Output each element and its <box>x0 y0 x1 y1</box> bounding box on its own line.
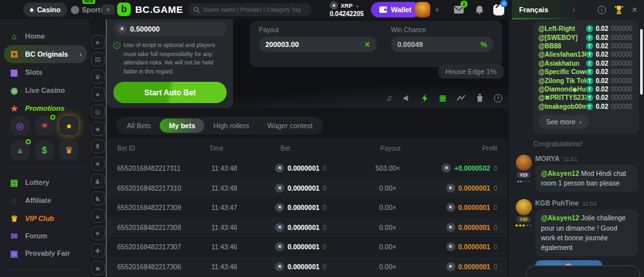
promo-spin-tile[interactable]: ◎ <box>10 116 30 135</box>
hotkeys-icon[interactable]: ▦ <box>439 93 446 102</box>
wallet-button[interactable]: Wallet <box>371 2 420 17</box>
game-shortcut-button[interactable]: ⚄ <box>91 52 105 66</box>
tab-all-bets[interactable]: All Bets <box>118 119 160 133</box>
sidebar-item-affiliate[interactable]: ◌ Affiliate <box>4 191 87 209</box>
close-icon[interactable]: ✕ <box>632 6 638 14</box>
game-shortcut-button[interactable]: ■ <box>91 261 105 275</box>
table-row[interactable]: 65520168482217306 11:43:46 ✕0.00000010 0… <box>107 257 507 277</box>
sidebar-item-vip-club[interactable]: ♛ VIP Club <box>4 209 87 227</box>
music-toggle-icon[interactable]: ♫ <box>386 93 392 102</box>
game-toolbar: ♫ ▦ ? <box>386 93 502 102</box>
sidebar-item-lottery[interactable]: ▤ Lottery <box>4 173 87 191</box>
sidebar-item-home[interactable]: ⌂ Home <box>4 27 87 45</box>
game-shortcut-button[interactable]: ◎ <box>91 104 105 119</box>
message-username[interactable]: KGB PuhTine <box>535 199 578 207</box>
promo-piggy-tile[interactable]: ● <box>59 116 79 135</box>
sidebar-item-live-casino[interactable]: ◉ Live Casino <box>4 81 87 99</box>
affiliate-icon: ◌ <box>9 196 19 205</box>
game-shortcut-button[interactable]: ✚ <box>91 244 105 258</box>
game-shortcut-button[interactable]: ★ <box>91 157 105 171</box>
wheel-icon: ☀ <box>41 120 49 131</box>
username[interactable]: @Left-Right <box>538 25 586 32</box>
game-shortcut-button[interactable]: ● <box>91 87 105 101</box>
username[interactable]: @✖PRITTYS233✖ <box>538 94 586 101</box>
game-shortcut-button[interactable]: ♥ <box>91 226 105 240</box>
tab-wager-contest[interactable]: Wager contest <box>258 119 322 133</box>
table-row[interactable]: 65520168482217310 11:43:48 ✕0.00000010 0… <box>107 178 507 198</box>
seed-icon[interactable] <box>476 94 484 102</box>
sports-toggle[interactable]: Sports NEW <box>71 3 104 17</box>
t-coin-icon: T <box>586 86 593 93</box>
lottery-ticket-icon: ▤ <box>9 178 19 187</box>
username[interactable]: @Diamond◆Hu... <box>538 86 586 93</box>
table-row[interactable]: 65520168482217307 11:43:46 ✕0.00000010 0… <box>107 237 507 257</box>
username[interactable]: @Aliesfahan1363 <box>538 51 586 58</box>
sidebar-item-bc-originals[interactable]: ⚃ BC Originals › <box>4 45 87 63</box>
casino-toggle[interactable]: ♠ Casino <box>23 3 67 17</box>
balance-selector[interactable]: ✕ XRP ⌄ 0.04242205 <box>330 1 364 17</box>
game-shortcut-button[interactable]: ♠ <box>91 35 105 49</box>
sidebar-item-slots[interactable]: ▦ Slots <box>4 63 87 81</box>
username[interactable]: @Imakegob00m... <box>538 103 586 110</box>
user-avatar[interactable] <box>415 2 430 17</box>
avatar[interactable] <box>516 199 532 215</box>
table-row[interactable]: 65520168482217311 11:43:48 ✕0.00000010 5… <box>107 158 507 178</box>
payout-input[interactable]: 200003.00 ✕ <box>259 37 377 52</box>
game-shortcut-button[interactable]: ♜ <box>91 139 105 153</box>
game-shortcut-button[interactable]: ♣ <box>91 122 105 136</box>
game-shortcut-button[interactable]: ▲ <box>91 209 105 223</box>
tab-high-rollers[interactable]: High rollers <box>204 119 258 133</box>
search-bar[interactable] <box>188 3 312 16</box>
sidebar-item-label: Slots <box>25 68 43 76</box>
username[interactable]: @Asiakhatun <box>538 60 586 67</box>
username[interactable]: @[SWEBOY] <box>538 34 586 41</box>
tab-my-bets[interactable]: My bets <box>160 119 204 133</box>
amount: 0.02 <box>596 60 608 67</box>
start-auto-bet-button[interactable]: Start Auto Bet <box>113 82 227 103</box>
logo[interactable]: b BC.GAME <box>117 3 183 16</box>
game-shortcut-button[interactable]: ♞ <box>91 191 105 205</box>
turbo-icon[interactable] <box>421 94 429 102</box>
game-shortcut-button[interactable]: ♛ <box>91 70 105 84</box>
trophy-icon[interactable] <box>614 6 623 14</box>
promo-coins-tile[interactable]: ♛ <box>59 140 79 160</box>
bet-amount-input[interactable]: ✕ 0.500000 <box>113 22 227 36</box>
news-button[interactable]: ◎ <box>492 3 505 16</box>
promo-rocket-tile[interactable]: ▲ <box>10 140 30 160</box>
avatar[interactable] <box>516 155 532 171</box>
chat-input[interactable] <box>526 265 640 277</box>
promo-tag-tile[interactable]: $ <box>35 140 54 160</box>
help-icon[interactable]: ? <box>494 94 502 102</box>
game-shortcut-button[interactable]: ♟ <box>91 174 105 188</box>
username[interactable]: @Zilong Tik Tok <box>538 77 586 84</box>
username[interactable]: @Specific Cowden <box>538 68 586 75</box>
username[interactable]: @BB88 <box>538 43 586 50</box>
account-menu-icon[interactable]: ≡ <box>435 6 439 13</box>
sound-toggle-icon[interactable] <box>402 94 411 102</box>
amount: 0.02 <box>596 25 608 32</box>
chat-room-selector[interactable]: Français <box>519 6 548 14</box>
search-input[interactable] <box>204 6 307 13</box>
trends-icon[interactable] <box>457 95 466 102</box>
table-row[interactable]: 65520168482217309 11:43:47 ✕0.00000010 0… <box>107 198 507 218</box>
chat-scrollbar[interactable] <box>640 29 643 95</box>
sidebar-item-provably-fair[interactable]: ▣ Provably Fair <box>4 244 87 262</box>
sidebar-item-forum[interactable]: ✉ Forum <box>4 227 87 245</box>
notifications-button[interactable] <box>473 3 486 16</box>
mention-link[interactable]: @Aksyen12 <box>541 169 579 177</box>
table-row[interactable]: 65520168482217308 11:43:46 ✕0.00000010 0… <box>107 218 507 238</box>
win-chance-input[interactable]: 0.00049 % <box>391 37 493 52</box>
mail-button[interactable]: 2 <box>452 3 465 16</box>
message-username[interactable]: MORYA <box>535 155 560 162</box>
target-icon: ◎ <box>16 120 24 131</box>
see-more-button[interactable]: See more › <box>538 115 589 129</box>
chat-rules-icon[interactable]: i <box>598 6 606 14</box>
promotions-grid: ◎ ☀ ● ▲ $ ♛ <box>10 116 81 160</box>
xrp-coin-icon: ✕ <box>446 262 455 271</box>
chevron-down-icon: ⌄ <box>355 3 360 8</box>
toggle-collapse-button[interactable]: ≡ <box>102 5 115 15</box>
sidebar-item-promotions[interactable]: ★ Promotions <box>4 99 87 117</box>
promo-wheel-tile[interactable]: ☀ <box>35 116 54 135</box>
chat-panel: Français › i ✕ @Left-RightT0.02000000 @[… <box>509 0 644 277</box>
mention-link[interactable]: @Aksyen12 <box>541 214 579 222</box>
